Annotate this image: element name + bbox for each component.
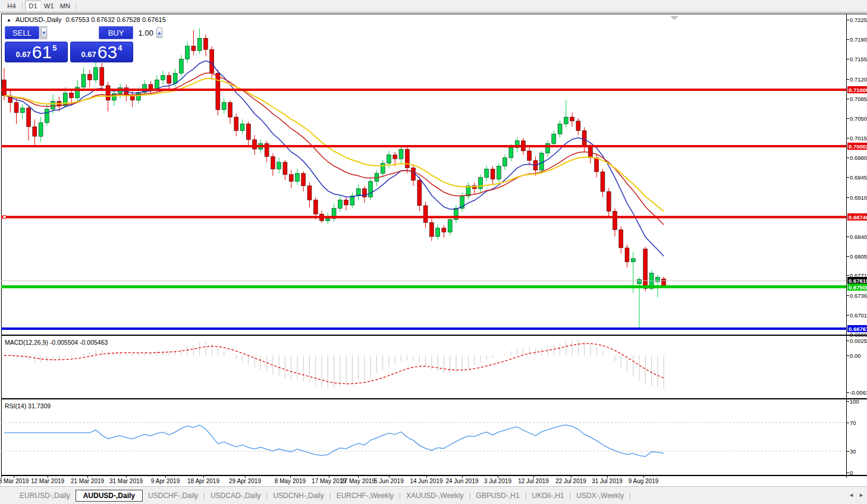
price-tick-label: 0.68050 <box>850 253 867 260</box>
tab-usdchf-daily[interactable]: USDCHF-,Daily <box>143 490 203 501</box>
sell-price-pip: 5 <box>52 43 56 52</box>
tab-usdcnh-daily[interactable]: USDCNH-,Daily <box>268 490 329 501</box>
sell-price-display[interactable]: 0.67 61 5 <box>5 42 68 62</box>
date-label: 3 Mar 2019 <box>0 478 29 484</box>
price-tick-mark <box>846 275 849 276</box>
date-label: 29 Apr 2019 <box>229 478 261 484</box>
buy-price-prefix: 0.67 <box>81 50 96 59</box>
rsi-tick-mark <box>846 451 849 452</box>
date-label: 21 Mar 2019 <box>71 478 104 484</box>
price-tick-label: 0.69800 <box>850 155 867 161</box>
date-label: 27 May 2019 <box>341 478 375 484</box>
sell-button[interactable]: SELL <box>5 26 39 39</box>
chart-symbol-label: AUDUSD-,Daily <box>15 16 62 23</box>
rsi-tick-mark <box>846 423 849 423</box>
price-tag: 0.66767 <box>847 325 867 332</box>
price-tag: 0.68746 <box>847 213 867 220</box>
price-tick-mark <box>846 335 849 335</box>
sell-price-big: 61 <box>32 43 52 61</box>
date-label: 22 Jul 2019 <box>555 478 586 484</box>
price-tick-label: 0.70150 <box>850 135 867 141</box>
price-tick-label: 0.68400 <box>850 234 867 240</box>
tab-xauusd-weekly[interactable]: XAUUSD-,Weekly <box>401 490 469 501</box>
timeframe-button-d1[interactable]: D1 <box>25 1 41 11</box>
macd-tick-label: 0.002574 <box>850 338 867 344</box>
pane-divider[interactable] <box>1 475 867 476</box>
timeframe-button-mn[interactable]: MN <box>57 1 73 11</box>
title-arrow-icon: ▲ <box>7 17 11 23</box>
price-tag: 0.70002 <box>847 143 867 150</box>
price-tick-label: 0.69450 <box>850 174 867 181</box>
date-label: 18 Apr 2019 <box>187 478 219 484</box>
chevron-down-icon: ▼ <box>42 30 46 36</box>
price-tick-mark <box>846 256 849 257</box>
rsi-tick-mark <box>846 472 849 473</box>
toolbar-separator <box>76 2 76 11</box>
rsi-tick-mark <box>846 401 849 402</box>
date-label: 31 Mar 2019 <box>109 478 143 484</box>
chart-tab-bar: EURUSD-,DailyAUDUSD-,DailyUSDCHF-,Daily|… <box>0 486 867 504</box>
price-tick-mark <box>846 79 849 80</box>
rsi-tick-label: 70 <box>850 420 856 426</box>
price-tick-label: 0.70850 <box>850 96 867 102</box>
tab-eurusd-daily[interactable]: EURUSD-,Daily <box>14 490 76 501</box>
rsi-tick-label: 100 <box>850 398 859 405</box>
date-label: 12 Mar 2019 <box>31 478 64 484</box>
rsi-line <box>4 425 664 456</box>
date-label: 9 Apr 2019 <box>151 478 180 484</box>
tab-scroll-right-icon[interactable]: ► <box>859 492 864 498</box>
pane-divider[interactable] <box>1 398 867 399</box>
price-tick-mark <box>846 197 849 198</box>
pane-divider[interactable] <box>1 335 867 336</box>
buy-button[interactable]: BUY <box>99 26 133 39</box>
price-tick-label: 0.67010 <box>850 312 867 319</box>
price-tick-label: 0.71200 <box>850 76 867 83</box>
price-tick-label: 0.71900 <box>850 36 867 43</box>
tab-audusd-daily[interactable]: AUDUSD-,Daily <box>76 490 143 502</box>
date-label: 5 Jun 2019 <box>374 478 404 484</box>
tab-usdcad-daily[interactable]: USDCAD-,Daily <box>205 490 266 501</box>
chart-title: ▲ AUDUSD-,Daily 0.67553 0.67632 0.67528 … <box>7 16 166 23</box>
rsi-label: RSI(14) 31.7309 <box>5 402 51 410</box>
chart-shift-marker-icon[interactable] <box>670 16 678 20</box>
price-tick-label: 0.67360 <box>850 292 867 299</box>
volume-decrease-button[interactable]: ▼ <box>41 27 47 38</box>
candlesticks <box>2 28 666 328</box>
date-label: 3 Jul 2019 <box>484 478 511 484</box>
timeframe-button-w1[interactable]: W1 <box>41 1 57 11</box>
chevron-up-icon: ▲ <box>157 30 162 36</box>
chart-ohlc-label: 0.67553 0.67632 0.67528 0.67615 <box>66 16 166 23</box>
price-tick-label: 0.70500 <box>850 115 867 122</box>
macd-tick-label: 0.00 <box>850 352 861 359</box>
price-tick-mark <box>846 118 849 119</box>
sell-price-prefix: 0.67 <box>16 50 31 59</box>
price-tick-mark <box>846 295 849 296</box>
tab-ukoil-h1[interactable]: UKOil-,H1 <box>527 490 570 501</box>
price-tag: 0.67508 <box>847 284 867 291</box>
volume-increase-button[interactable]: ▲ <box>156 27 162 38</box>
line-selection-handle[interactable] <box>3 216 6 219</box>
macd-pane[interactable] <box>1 336 846 399</box>
macd-tick-mark <box>846 392 849 393</box>
toolbar-separator <box>22 2 23 11</box>
rsi-pane[interactable] <box>1 400 846 475</box>
tab-scroll-left-icon[interactable]: ◄ <box>849 492 854 498</box>
price-axis-divider <box>846 14 847 478</box>
tab-separator: | <box>629 492 631 499</box>
price-tag: 0.71005 <box>847 86 867 93</box>
price-tick-mark <box>846 59 849 59</box>
timeframe-button-h4[interactable]: H4 <box>4 1 20 11</box>
price-tick-mark <box>846 177 849 178</box>
tab-gbpusd-h1[interactable]: GBPUSD-,H1 <box>470 490 524 501</box>
buy-price-big: 63 <box>98 43 117 61</box>
buy-price-pip: 4 <box>118 43 122 52</box>
date-label: 9 Aug 2019 <box>629 478 659 484</box>
tab-usdx-weekly[interactable]: USDX-,Weekly <box>571 490 629 501</box>
date-label: 8 May 2019 <box>275 478 306 484</box>
price-tick-label: 0.72250 <box>850 17 867 23</box>
macd-tick-mark <box>846 341 849 341</box>
macd-label: MACD(12,26,9) -0.005504 -0.005463 <box>5 339 108 346</box>
chart-window: ▲ AUDUSD-,Daily 0.67553 0.67632 0.67528 … <box>1 14 867 486</box>
tab-eurchf-weekly[interactable]: EURCHF-,Weekly <box>331 490 399 501</box>
buy-price-display[interactable]: 0.67 63 4 <box>70 42 133 62</box>
